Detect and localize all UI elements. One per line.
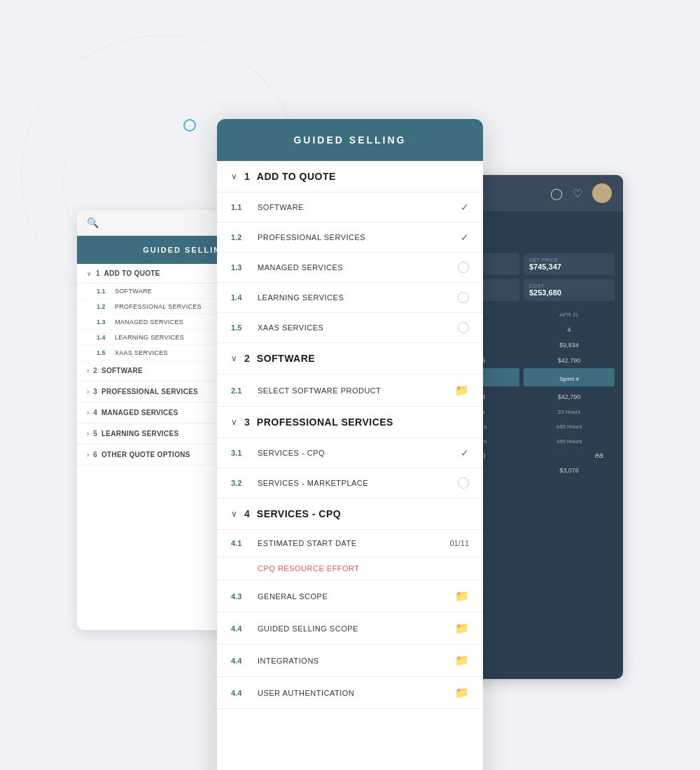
mp-section-4-header[interactable]: ∨ 4 SERVICES - CPQ bbox=[217, 498, 483, 530]
lp-num-1: 1 bbox=[96, 270, 100, 277]
main-panel: GUIDED SELLING ∨ 1 ADD TO QUOTE 1.1 SOFT… bbox=[217, 119, 483, 770]
folder-icon-2-1: 📁 bbox=[455, 384, 469, 397]
mp-item-4-4b[interactable]: 4.4 INTEGRATIONS 📁 bbox=[217, 645, 483, 677]
folder-icon-4-4b: 📁 bbox=[455, 654, 469, 667]
amount-42790-1: $42,790 bbox=[524, 353, 615, 365]
folder-icon-4-4a: 📁 bbox=[455, 622, 469, 635]
hours-160-4: 160 Hours bbox=[524, 433, 615, 446]
mp-item-1-2: 1.2 PROFESSIONAL SERVICES ✓ bbox=[217, 223, 483, 253]
amount-3076-2: $3,076 bbox=[524, 463, 615, 475]
date-apr: APR 21 bbox=[524, 307, 615, 319]
mp-chevron-2: ∨ bbox=[231, 354, 237, 363]
mp-section-1-header[interactable]: ∨ 1 ADD TO QUOTE bbox=[217, 161, 483, 192]
sprint-num-4: 4 bbox=[524, 322, 615, 335]
mp-item-3-1: 3.1 SERVICES - CPQ ✓ bbox=[217, 438, 483, 468]
mp-circle-1-4 bbox=[458, 292, 469, 303]
hours-20-2: 20 Hours bbox=[524, 404, 615, 416]
hours-160-2: 160 Hours bbox=[524, 419, 615, 431]
mp-item-4-4c[interactable]: 4.4 USER AUTHENTICATION 📁 bbox=[217, 677, 483, 709]
bell-icon: ♡ bbox=[573, 187, 582, 200]
mp-item-3-2[interactable]: 3.2 SERVICES - MARKETPLACE bbox=[217, 468, 483, 498]
lp-chevron-1: ∨ bbox=[87, 270, 92, 277]
user-avatar bbox=[592, 183, 612, 203]
mp-chevron-1: ∨ bbox=[231, 172, 237, 181]
mp-item-1-3[interactable]: 1.3 MANAGED SERVICES bbox=[217, 253, 483, 283]
clock-icon: ◯ bbox=[550, 187, 563, 200]
metric-net-price: NET PRICE $745,347 bbox=[524, 253, 615, 275]
ea-label: ea bbox=[595, 448, 603, 461]
mp-chevron-3: ∨ bbox=[231, 417, 237, 427]
mp-item-2-1[interactable]: 2.1 SELECT SOFTWARE PRODUCT 📁 bbox=[217, 374, 483, 407]
mp-item-cpq-resource: CPQ RESOURCE EFFORT bbox=[217, 557, 483, 580]
amount-9834-2: $9,834 bbox=[524, 337, 615, 350]
sprint4-amount: $42,790 bbox=[524, 389, 615, 402]
mp-item-4-4a[interactable]: 4.4 GUIDED SELLING SCOPE 📁 bbox=[217, 612, 483, 645]
mp-item-4-1: 4.1 ESTIMATED START DATE 01/11 bbox=[217, 530, 483, 557]
mp-item-1-4[interactable]: 1.4 LEARNING SERVICES bbox=[217, 283, 483, 313]
mp-section-3-header[interactable]: ∨ 3 PROFESSIONAL SERVICES bbox=[217, 407, 483, 438]
mp-item-4-3[interactable]: 4.3 GENERAL SCOPE 📁 bbox=[217, 580, 483, 612]
metric-cost: COST $253,680 bbox=[524, 279, 615, 301]
folder-icon-4-4c: 📁 bbox=[455, 686, 469, 699]
mp-circle-3-2 bbox=[458, 477, 469, 489]
mp-circle-1-3 bbox=[458, 262, 469, 273]
mp-chevron-4: ∨ bbox=[231, 509, 237, 519]
search-icon: 🔍 bbox=[87, 217, 99, 228]
mp-section-2-header[interactable]: ∨ 2 SOFTWARE bbox=[217, 343, 483, 374]
mp-circle-1-5 bbox=[458, 322, 469, 333]
mp-item-1-1: 1.1 SOFTWARE ✓ bbox=[217, 192, 483, 223]
main-panel-header: GUIDED SELLING bbox=[217, 119, 483, 161]
folder-icon-4-3: 📁 bbox=[455, 589, 469, 603]
start-date-value: 01/11 bbox=[449, 539, 469, 547]
sprint-4-label: Sprint 4 bbox=[524, 368, 615, 386]
mp-item-1-5[interactable]: 1.5 XaaS SERVICES bbox=[217, 313, 483, 343]
